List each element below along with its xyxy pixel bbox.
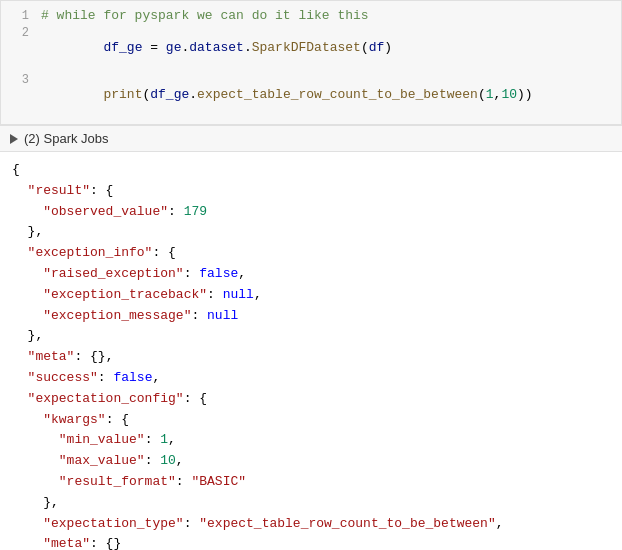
code-token: expect_table_row_count_to_be_between [197, 87, 478, 102]
json-key: "expectation_config" [12, 391, 184, 406]
json-colon: : { [152, 245, 175, 260]
output-line: "meta": {}, [12, 347, 610, 368]
json-key: "expectation_type" [12, 516, 184, 531]
notebook-container: 1 # while for pyspark we can do it like … [0, 0, 622, 550]
json-punct: , [254, 287, 262, 302]
line-number-2: 2 [9, 26, 29, 40]
json-value: 10 [160, 453, 176, 468]
json-colon: : [191, 308, 207, 323]
output-line: }, [12, 493, 610, 514]
code-token: dataset [189, 40, 244, 55]
json-punct: , [496, 516, 504, 531]
line-number-3: 3 [9, 73, 29, 87]
json-key: "observed_value" [12, 204, 168, 219]
code-line-3: 3 print(df_ge.expect_table_row_count_to_… [1, 71, 621, 118]
json-colon: : [168, 204, 184, 219]
json-value: 179 [184, 204, 207, 219]
json-value: 1 [160, 432, 168, 447]
line-number-1: 1 [9, 9, 29, 23]
code-token: = [142, 40, 165, 55]
json-key: "exception_traceback" [12, 287, 207, 302]
code-line-2: 2 df_ge = ge.dataset.SparkDFDataset(df) [1, 24, 621, 71]
spark-jobs-bar[interactable]: (2) Spark Jobs [0, 125, 622, 152]
output-line: }, [12, 222, 610, 243]
json-colon: : { [184, 391, 207, 406]
output-line: "exception_message": null [12, 306, 610, 327]
code-token: ge [166, 40, 182, 55]
output-line: "kwargs": { [12, 410, 610, 431]
json-key: "min_value" [12, 432, 145, 447]
output-line: "expectation_config": { [12, 389, 610, 410]
json-key: "kwargs" [12, 412, 106, 427]
code-token: 1 [486, 87, 494, 102]
json-colon: : [176, 474, 192, 489]
json-key: "raised_exception" [12, 266, 184, 281]
output-line: }, [12, 326, 610, 347]
code-token: . [189, 87, 197, 102]
json-value: "BASIC" [191, 474, 246, 489]
output-line: "result": { [12, 181, 610, 202]
output-line: "success": false, [12, 368, 610, 389]
json-key: "result" [12, 183, 90, 198]
json-value: false [113, 370, 152, 385]
code-token: df_ge [103, 40, 142, 55]
json-key: "success" [12, 370, 98, 385]
output-line: "meta": {} [12, 534, 610, 550]
json-key: "result_format" [12, 474, 176, 489]
output-line: "raised_exception": false, [12, 264, 610, 285]
output-line: "expectation_type": "expect_table_row_co… [12, 514, 610, 535]
code-content-3: print(df_ge.expect_table_row_count_to_be… [41, 72, 533, 117]
code-token: SparkDFDataset [252, 40, 361, 55]
output-area: { "result": { "observed_value": 179 }, "… [0, 152, 622, 550]
json-value: null [207, 308, 238, 323]
code-token: 10 [501, 87, 517, 102]
json-colon: : [145, 453, 161, 468]
json-punct: , [168, 432, 176, 447]
code-token: print [103, 87, 142, 102]
json-colon: : { [106, 412, 129, 427]
json-colon: : [184, 266, 200, 281]
json-key: "exception_info" [12, 245, 152, 260]
json-key: "meta" [12, 349, 74, 364]
json-punct: }, [12, 224, 43, 239]
code-content-2: df_ge = ge.dataset.SparkDFDataset(df) [41, 25, 392, 70]
json-colon: : [207, 287, 223, 302]
json-value: false [199, 266, 238, 281]
code-token: )) [517, 87, 533, 102]
code-token: df_ge [150, 87, 189, 102]
json-key: "max_value" [12, 453, 145, 468]
output-line: "min_value": 1, [12, 430, 610, 451]
json-colon: : [98, 370, 114, 385]
output-line: "exception_info": { [12, 243, 610, 264]
output-line: "max_value": 10, [12, 451, 610, 472]
output-line: "exception_traceback": null, [12, 285, 610, 306]
code-token: ( [478, 87, 486, 102]
json-colon: : [145, 432, 161, 447]
json-value: "expect_table_row_count_to_be_between" [199, 516, 495, 531]
code-token: ) [384, 40, 392, 55]
spark-jobs-expand-icon [10, 134, 18, 144]
code-token: ( [361, 40, 369, 55]
json-value: null [223, 287, 254, 302]
json-key: "meta" [12, 536, 90, 550]
json-punct: }, [12, 495, 59, 510]
json-punct: , [152, 370, 160, 385]
json-punct: , [238, 266, 246, 281]
code-token: . [244, 40, 252, 55]
output-line: "observed_value": 179 [12, 202, 610, 223]
json-colon: : { [90, 183, 113, 198]
json-punct: }, [12, 328, 43, 343]
code-token: df [369, 40, 385, 55]
json-brace: { [12, 162, 20, 177]
output-line: { [12, 160, 610, 181]
code-cell: 1 # while for pyspark we can do it like … [0, 0, 622, 125]
output-line: "result_format": "BASIC" [12, 472, 610, 493]
spark-jobs-label: (2) Spark Jobs [24, 131, 109, 146]
code-line-1: 1 # while for pyspark we can do it like … [1, 7, 621, 24]
json-colon: : {}, [74, 349, 113, 364]
json-key: "exception_message" [12, 308, 191, 323]
json-colon: : [184, 516, 200, 531]
json-punct: , [176, 453, 184, 468]
json-colon: : {} [90, 536, 121, 550]
code-comment-1: # while for pyspark we can do it like th… [41, 8, 369, 23]
